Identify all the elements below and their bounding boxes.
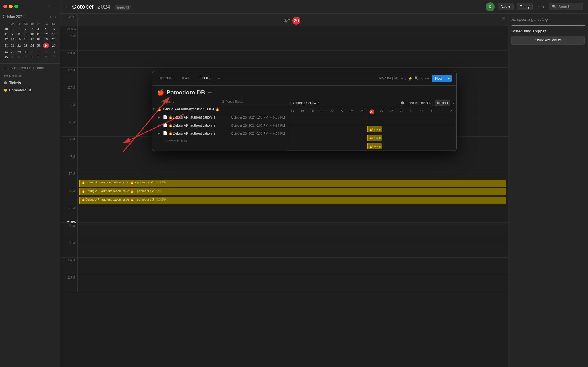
time-cell-5pm[interactable]: 🔥Debug API authentication issue 🔥 - pomo… — [78, 171, 508, 188]
cal-day[interactable]: 8 — [16, 32, 22, 36]
notion-parent-row[interactable]: ▼ 🔥 Debug API authentication issue 🔥 — [152, 105, 287, 113]
add-view-button[interactable]: + — [216, 74, 223, 82]
new-dropdown-button[interactable]: ▾ — [446, 75, 452, 82]
mini-cal-next[interactable]: › — [53, 14, 57, 20]
gantt-bar-1[interactable]: 🔥Debug API authentication issue 🔥 - pomo… — [367, 126, 382, 132]
row2-toggle[interactable]: ▶ — [158, 124, 163, 127]
cal-day[interactable]: 30 — [9, 27, 16, 31]
time-cell-4pm[interactable] — [78, 154, 508, 171]
month-view-button[interactable]: Month ▾ — [435, 100, 450, 106]
bolt-icon[interactable]: ⚡ — [408, 76, 413, 81]
cal-day[interactable]: 7 — [30, 55, 35, 59]
time-cell-10am[interactable] — [78, 51, 508, 67]
cal-day[interactable]: 24 — [30, 42, 35, 49]
gantt-bar-2[interactable]: 🔥Debug API authentication issue 🔥 - pomo… — [367, 135, 382, 141]
minimize-button[interactable] — [9, 5, 13, 8]
cal-day[interactable]: 22 — [16, 42, 22, 49]
cal-day[interactable]: 3 — [30, 27, 35, 31]
cal-day[interactable]: 9 — [22, 32, 29, 36]
cal-day[interactable]: 5 — [16, 55, 22, 59]
more-icon[interactable]: ••• — [425, 76, 429, 81]
notion-row-2[interactable]: ▶ 📄 🔥Debug API authentication is October… — [152, 121, 287, 129]
cal-day[interactable]: 13 — [51, 32, 57, 36]
gantt-bar-3[interactable]: 🔥Debug API authentication issue 🔥 - pomo… — [367, 143, 382, 149]
collapse-arrow[interactable]: ‹ — [48, 3, 52, 9]
time-cell-10pm[interactable] — [78, 258, 508, 275]
add-calendar-button[interactable]: + + Add calendar account — [0, 63, 60, 72]
cal-day[interactable]: 25 — [36, 42, 41, 49]
time-cell-9pm[interactable] — [78, 240, 508, 257]
cal-day[interactable]: 10 — [51, 55, 57, 59]
cal-day[interactable]: 15 — [16, 37, 22, 42]
db-menu-dots[interactable]: ••• — [207, 90, 212, 95]
sort-icon[interactable]: ↕ — [405, 76, 407, 81]
cal-day[interactable]: 2 — [42, 50, 51, 54]
cal-day[interactable]: 18 — [36, 37, 41, 42]
time-cell-8pm[interactable] — [78, 223, 508, 240]
notion-row-3[interactable]: ▶ 📄 🔥Debug API authentication is October… — [152, 129, 287, 137]
tab-timeline[interactable]: ⊡ timeline — [193, 74, 214, 82]
cal-day[interactable]: 1 — [36, 50, 41, 54]
time-cell-9am[interactable] — [78, 33, 508, 50]
cal-day-today[interactable]: 26 — [42, 42, 51, 49]
cal-day[interactable]: 20 — [51, 37, 57, 42]
cal-day[interactable]: 7 — [9, 32, 16, 36]
event-pomodoro-3[interactable]: 🔥Debug API authentication issue 🔥 - pomo… — [79, 197, 506, 204]
cal-day[interactable]: 17 — [30, 37, 35, 42]
close-button[interactable] — [3, 5, 7, 8]
cal-day[interactable]: 28 — [9, 50, 16, 54]
today-button[interactable]: Today — [517, 3, 533, 10]
cal-day[interactable]: 16 — [22, 37, 29, 42]
new-sub-item-button[interactable]: + New sub-item — [152, 137, 287, 145]
next-button[interactable]: › — [541, 4, 546, 10]
parent-toggle[interactable]: ▼ — [152, 108, 157, 111]
cal-day[interactable]: 19 — [42, 37, 51, 42]
cal-day[interactable]: 6 — [22, 55, 29, 59]
view-selector[interactable]: Day ▾ — [498, 3, 514, 10]
cal-day[interactable]: 27 — [51, 42, 57, 49]
event-pomodoro-2[interactable]: 🔥Debug API authentication issue 🔥 - pomo… — [79, 188, 506, 195]
open-in-calendar-button[interactable]: 🗓 Open in Calendar — [401, 101, 433, 105]
time-cell-11pm[interactable] — [78, 275, 508, 292]
gantt-prev[interactable]: ‹ — [290, 101, 291, 105]
time-cell-7pm[interactable] — [78, 205, 508, 222]
row1-toggle[interactable]: ▶ — [158, 116, 163, 119]
add-event-button[interactable]: + — [65, 4, 67, 9]
sidebar-item-pomodoro[interactable]: Pomodoro DB — [0, 86, 60, 94]
expand-panel-icon[interactable]: ⊞ — [500, 14, 508, 26]
tab-idone[interactable]: ⊞ !DONE — [157, 75, 177, 82]
cal-day[interactable]: 23 — [22, 42, 29, 49]
cal-day[interactable]: 4 — [36, 27, 41, 31]
cal-day[interactable]: 8 — [36, 55, 41, 59]
cal-day[interactable]: 11 — [36, 32, 41, 36]
prev-button[interactable]: ‹ — [535, 4, 540, 10]
new-button[interactable]: New — [432, 75, 446, 82]
share-availability-button[interactable]: Share availability — [511, 36, 585, 45]
cal-day[interactable]: 31 — [30, 50, 35, 54]
cal-day[interactable]: 4 — [9, 55, 16, 59]
time-cell-6pm[interactable]: 🔥Debug API authentication issue 🔥 - pomo… — [78, 188, 508, 205]
cal-day[interactable]: 2 — [22, 27, 29, 31]
cal-day[interactable]: 6 — [51, 27, 57, 31]
filter-icon[interactable]: ≡ — [401, 76, 403, 81]
sidebar-item-tickets[interactable]: Tickets ◁ — [0, 79, 60, 86]
search-db-icon[interactable]: 🔍 — [414, 76, 419, 81]
cal-day[interactable]: 3 — [51, 50, 57, 54]
cal-day[interactable]: 30 — [22, 50, 29, 54]
mini-cal-prev[interactable]: ‹ — [49, 14, 53, 20]
tab-all[interactable]: ⊞ All — [179, 75, 192, 82]
cal-day[interactable]: 5 — [42, 27, 51, 31]
cal-day[interactable]: 9 — [42, 55, 51, 59]
cal-day[interactable]: 10 — [30, 32, 35, 36]
event-pomodoro-1[interactable]: 🔥Debug API authentication issue 🔥 - pomo… — [79, 180, 506, 187]
notion-row-1[interactable]: ▶ 📄 🔥Debug API authentication is October… — [152, 113, 287, 121]
row3-toggle[interactable]: ▶ — [158, 132, 163, 135]
expand-arrow[interactable]: › — [53, 3, 57, 9]
cal-day[interactable]: 12 — [42, 32, 51, 36]
user-avatar[interactable]: K — [486, 2, 495, 11]
cal-day[interactable]: 29 — [16, 50, 22, 54]
gantt-expand[interactable]: › — [453, 101, 454, 105]
search-box[interactable]: 🔍 Search — [549, 3, 583, 10]
cal-day[interactable]: 1 — [16, 27, 22, 31]
expand-icon[interactable]: ⊞ — [80, 18, 82, 22]
